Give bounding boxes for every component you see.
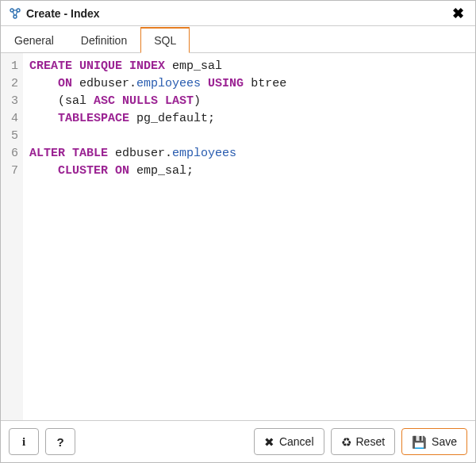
token-txt: pg_default; bbox=[136, 112, 215, 125]
create-index-dialog: Create - Index ✖ GeneralDefinitionSQL 12… bbox=[0, 0, 476, 463]
tab-label: SQL bbox=[154, 34, 176, 47]
token-kw: ALTER bbox=[29, 147, 65, 160]
token-sp bbox=[129, 164, 136, 178]
code-line: CLUSTER ON emp_sal; bbox=[29, 163, 467, 180]
close-button[interactable]: ✖ bbox=[449, 6, 467, 21]
line-number: 2 bbox=[1, 75, 18, 93]
code-line: ON edbuser.employees USING btree bbox=[29, 75, 467, 93]
token-kw: CREATE bbox=[29, 59, 72, 73]
token-sp bbox=[29, 164, 58, 178]
token-sp bbox=[29, 94, 58, 108]
token-sp bbox=[65, 147, 72, 160]
code-line: ALTER TABLE edbuser.employees bbox=[29, 145, 467, 163]
tab-definition[interactable]: Definition bbox=[67, 27, 140, 53]
help-icon: ? bbox=[56, 436, 63, 448]
svg-line-3 bbox=[13, 11, 14, 15]
token-kw: CLUSTER bbox=[58, 164, 108, 178]
cancel-icon: ✖ bbox=[264, 436, 274, 448]
save-label: Save bbox=[432, 435, 457, 448]
token-kw: ASC bbox=[94, 94, 115, 108]
token-txt: emp_sal bbox=[172, 59, 222, 73]
token-txt: emp_sal; bbox=[136, 164, 194, 178]
token-sp bbox=[29, 77, 58, 90]
token-kw: UNIQUE bbox=[79, 59, 122, 73]
token-txt: ) bbox=[194, 94, 201, 108]
svg-line-4 bbox=[16, 11, 17, 15]
token-txt: edbuser. bbox=[79, 77, 136, 90]
reset-button[interactable]: ♻ Reset bbox=[331, 428, 396, 455]
token-sp bbox=[108, 164, 115, 178]
token-kw: LAST bbox=[165, 94, 194, 108]
reset-icon: ♻ bbox=[341, 436, 351, 448]
code-line bbox=[29, 128, 467, 145]
token-sp bbox=[244, 77, 251, 90]
svg-point-0 bbox=[10, 9, 13, 12]
token-sp bbox=[108, 147, 115, 160]
cancel-label: Cancel bbox=[279, 435, 314, 448]
line-number: 6 bbox=[1, 145, 18, 163]
info-icon: i bbox=[22, 436, 25, 448]
line-number: 5 bbox=[1, 128, 18, 145]
code-line: CREATE UNIQUE INDEX emp_sal bbox=[29, 58, 467, 75]
token-obj: employees bbox=[136, 77, 201, 90]
titlebar: Create - Index ✖ bbox=[1, 1, 475, 26]
svg-point-1 bbox=[17, 9, 20, 12]
token-sp bbox=[115, 94, 122, 108]
token-kw: INDEX bbox=[129, 59, 165, 73]
token-kw: ON bbox=[115, 164, 129, 178]
token-txt: btree bbox=[251, 77, 286, 90]
info-button[interactable]: i bbox=[9, 428, 39, 455]
token-sp bbox=[29, 112, 58, 125]
token-sp bbox=[72, 77, 79, 90]
sql-editor[interactable]: 1234567 CREATE UNIQUE INDEX emp_sal ON e… bbox=[1, 53, 475, 421]
token-txt: edbuser. bbox=[115, 147, 172, 160]
token-kw: TABLE bbox=[72, 147, 108, 160]
token-kw: NULLS bbox=[122, 94, 158, 108]
token-sp bbox=[129, 112, 136, 125]
dialog-title: Create - Index bbox=[26, 7, 100, 20]
save-button[interactable]: 💾 Save bbox=[401, 428, 467, 455]
token-kw: TABLESPACE bbox=[58, 112, 129, 125]
tab-label: Definition bbox=[81, 34, 127, 47]
token-sp bbox=[72, 59, 79, 73]
token-txt: (sal bbox=[58, 94, 94, 108]
token-sp bbox=[122, 59, 129, 73]
line-number: 7 bbox=[1, 163, 18, 180]
line-number: 1 bbox=[1, 58, 18, 75]
token-sp bbox=[165, 59, 172, 73]
sql-code[interactable]: CREATE UNIQUE INDEX emp_sal ON edbuser.e… bbox=[23, 53, 475, 420]
tabs: GeneralDefinitionSQL bbox=[1, 26, 475, 53]
line-number: 3 bbox=[1, 93, 18, 110]
tab-sql[interactable]: SQL bbox=[140, 27, 190, 53]
dialog-footer: i ? ✖ Cancel ♻ Reset 💾 Save bbox=[1, 421, 475, 462]
code-line: (sal ASC NULLS LAST) bbox=[29, 93, 467, 110]
token-obj: employees bbox=[172, 147, 236, 160]
reset-label: Reset bbox=[356, 435, 386, 448]
tab-general[interactable]: General bbox=[1, 27, 67, 53]
token-kw: USING bbox=[208, 77, 244, 90]
index-icon bbox=[9, 7, 21, 20]
code-line: TABLESPACE pg_default; bbox=[29, 110, 467, 128]
tab-label: General bbox=[14, 34, 54, 47]
line-number: 4 bbox=[1, 110, 18, 128]
token-kw: ON bbox=[58, 77, 72, 90]
token-sp bbox=[158, 94, 165, 108]
token-sp bbox=[201, 77, 208, 90]
help-button[interactable]: ? bbox=[45, 428, 75, 455]
line-number-gutter: 1234567 bbox=[1, 53, 23, 420]
cancel-button[interactable]: ✖ Cancel bbox=[254, 428, 324, 455]
save-icon: 💾 bbox=[412, 436, 427, 448]
svg-point-2 bbox=[13, 15, 17, 18]
